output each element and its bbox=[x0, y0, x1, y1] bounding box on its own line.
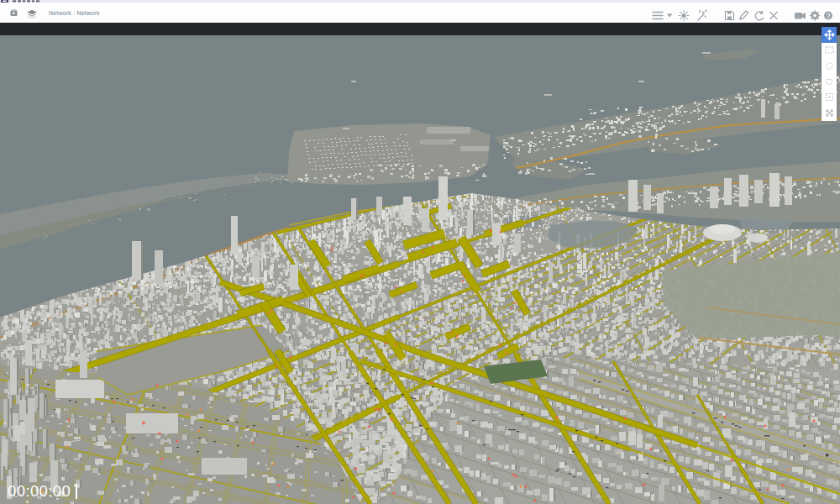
svg-text:?: ? bbox=[827, 12, 831, 20]
